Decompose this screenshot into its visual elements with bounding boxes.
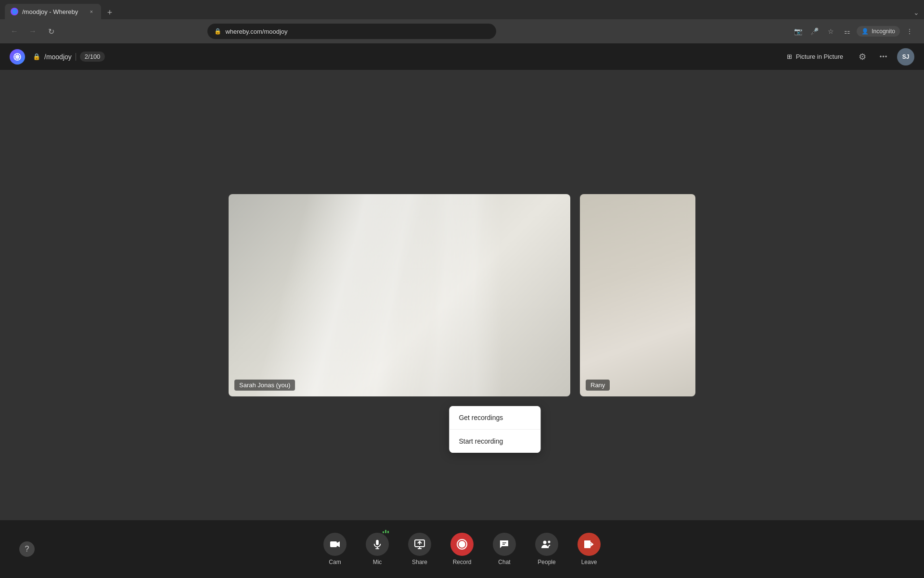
svg-rect-8	[376, 540, 379, 545]
leave-label: Leave	[581, 559, 597, 565]
share-button[interactable]: Share	[400, 529, 439, 569]
star-icon[interactable]: ☆	[824, 25, 837, 38]
leave-icon-circle	[578, 533, 601, 556]
share-icon-circle	[408, 533, 431, 556]
record-button[interactable]: Record	[443, 529, 481, 569]
svg-marker-7	[337, 541, 340, 547]
tab-favicon: 🌐	[11, 8, 18, 15]
incognito-icon: 👤	[861, 28, 869, 35]
browser-menu-button[interactable]: ⋮	[903, 25, 916, 38]
app-header: 🔒 /moodjoy 2/100 ⊞ Picture in Picture ⚙ …	[0, 43, 924, 70]
chat-icon-circle	[493, 533, 516, 556]
url-lock-icon: 🔒	[214, 28, 221, 35]
record-label: Record	[453, 559, 472, 565]
room-name: /moodjoy	[44, 53, 72, 61]
settings-button[interactable]: ⚙	[855, 49, 870, 65]
record-icon-circle	[450, 533, 474, 556]
mic-bar-indicator	[383, 530, 389, 533]
people-icon-circle	[535, 533, 558, 556]
room-lock-icon: 🔒	[33, 53, 40, 60]
incognito-button[interactable]: 👤 Incognito	[857, 26, 900, 37]
video-tile-secondary: Rany	[580, 194, 695, 396]
pip-button[interactable]: ⊞ Picture in Picture	[781, 50, 849, 63]
room-divider	[76, 53, 76, 61]
cam-icon[interactable]: 📷	[791, 25, 805, 38]
address-bar: ← → ↻ 🔒 whereby.com/moodjoy 📷 🎤 ☆ ⚏ 👤 In…	[0, 19, 924, 43]
video-background-secondary	[580, 194, 695, 396]
get-recordings-item[interactable]: Get recordings	[449, 406, 540, 430]
chat-label: Chat	[498, 559, 510, 565]
refresh-button[interactable]: ↻	[44, 25, 58, 38]
start-recording-item[interactable]: Start recording	[449, 430, 540, 453]
record-popup-menu: Get recordings Start recording	[449, 406, 540, 453]
new-tab-button[interactable]: +	[103, 6, 116, 19]
app-area: 🔒 /moodjoy 2/100 ⊞ Picture in Picture ⚙ …	[0, 43, 924, 578]
chat-button[interactable]: Chat	[485, 529, 524, 569]
people-button[interactable]: People	[527, 529, 566, 569]
participant-count: 2/100	[80, 52, 105, 62]
mic-icon-circle	[366, 533, 389, 556]
forward-button[interactable]: →	[26, 25, 39, 38]
toolbar: ? Cam	[0, 520, 924, 578]
help-button[interactable]: ?	[19, 541, 35, 557]
leave-button[interactable]: Leave	[570, 529, 608, 569]
video-label-main: Sarah Jonas (you)	[234, 380, 295, 391]
video-tile-main: Sarah Jonas (you)	[229, 194, 570, 396]
header-right: ⊞ Picture in Picture ⚙ ••• SJ	[781, 48, 914, 66]
browser-controls-right: 📷 🎤 ☆ ⚏ 👤 Incognito ⋮	[791, 25, 916, 38]
tab-title: /moodjoy - Whereby	[22, 8, 78, 15]
cam-button[interactable]: Cam	[316, 529, 354, 569]
pip-icon: ⊞	[787, 53, 792, 60]
tab-expand-button[interactable]: ⌄	[913, 9, 919, 19]
cam-label: Cam	[329, 559, 341, 565]
room-info: 🔒 /moodjoy 2/100	[33, 52, 105, 62]
share-label: Share	[412, 559, 427, 565]
video-background-main	[229, 194, 570, 396]
main-content: Sarah Jonas (you) Rany Get recordings St…	[0, 70, 924, 520]
tab-close-button[interactable]: ×	[88, 8, 95, 15]
url-bar[interactable]: 🔒 whereby.com/moodjoy	[207, 24, 496, 39]
svg-point-19	[543, 541, 547, 544]
browser-chrome: 🌐 /moodjoy - Whereby × + ⌄ ← → ↻ 🔒 where…	[0, 0, 924, 43]
extensions-icon[interactable]: ⚏	[840, 25, 854, 38]
cam-icon-circle	[323, 533, 346, 556]
svg-rect-6	[330, 541, 337, 547]
avatar[interactable]: SJ	[897, 48, 914, 66]
back-button[interactable]: ←	[8, 25, 21, 38]
mic-icon[interactable]: 🎤	[808, 25, 821, 38]
pip-label: Picture in Picture	[796, 53, 843, 60]
mic-button[interactable]: Mic	[358, 529, 397, 569]
people-label: People	[538, 559, 555, 565]
active-tab[interactable]: 🌐 /moodjoy - Whereby ×	[5, 4, 101, 19]
url-text: whereby.com/moodjoy	[225, 28, 287, 35]
mic-label: Mic	[373, 559, 382, 565]
svg-point-15	[459, 541, 465, 548]
incognito-label: Incognito	[872, 28, 895, 35]
svg-point-20	[548, 541, 551, 543]
more-button[interactable]: •••	[876, 49, 891, 65]
app-logo	[10, 49, 25, 65]
video-label-secondary: Rany	[586, 380, 610, 391]
tab-bar: 🌐 /moodjoy - Whereby × + ⌄	[0, 0, 924, 19]
